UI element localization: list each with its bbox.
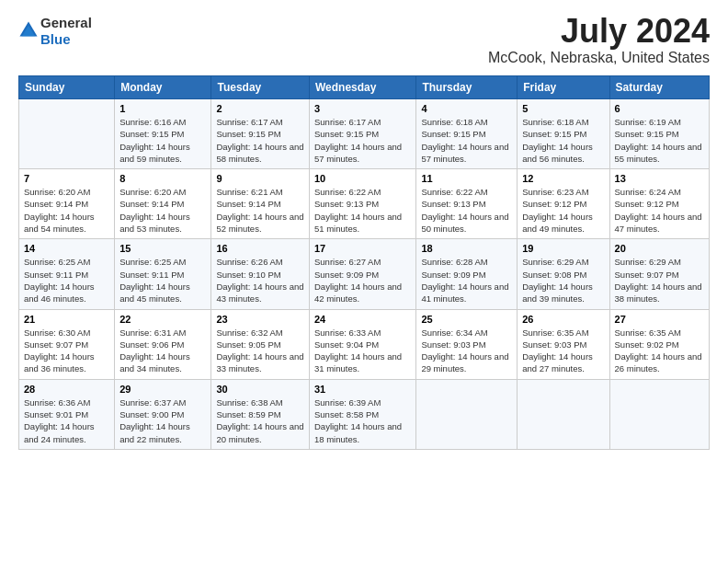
day-number: 3: [314, 103, 411, 114]
calendar-cell: 25 Sunrise: 6:34 AMSunset: 9:03 PMDaylig…: [416, 309, 518, 379]
day-number: 8: [119, 173, 206, 184]
calendar-cell: 27 Sunrise: 6:35 AMSunset: 9:02 PMDaylig…: [609, 309, 709, 379]
page: General Blue July 2024 McCook, Nebraska,…: [0, 0, 728, 563]
calendar-cell: 24 Sunrise: 6:33 AMSunset: 9:04 PMDaylig…: [309, 309, 415, 379]
calendar-cell: 2 Sunrise: 6:17 AMSunset: 9:15 PMDayligh…: [211, 99, 310, 169]
day-number: 12: [522, 173, 604, 184]
calendar-cell: 18 Sunrise: 6:28 AMSunset: 9:09 PMDaylig…: [416, 239, 518, 309]
calendar-cell: 4 Sunrise: 6:18 AMSunset: 9:15 PMDayligh…: [416, 99, 518, 169]
day-info: Sunrise: 6:39 AMSunset: 8:58 PMDaylight:…: [314, 396, 411, 445]
day-info: Sunrise: 6:32 AMSunset: 9:05 PMDaylight:…: [216, 327, 304, 375]
day-info: Sunrise: 6:19 AMSunset: 9:15 PMDaylight:…: [615, 116, 704, 165]
day-info: Sunrise: 6:31 AMSunset: 9:06 PMDaylight:…: [119, 327, 206, 375]
calendar-cell: 1 Sunrise: 6:16 AMSunset: 9:15 PMDayligh…: [115, 99, 211, 169]
day-number: 20: [615, 243, 704, 254]
day-number: 18: [421, 243, 512, 254]
calendar-week-3: 21 Sunrise: 6:30 AMSunset: 9:07 PMDaylig…: [19, 309, 710, 379]
day-info: Sunrise: 6:33 AMSunset: 9:04 PMDaylight:…: [314, 327, 411, 375]
day-info: Sunrise: 6:29 AMSunset: 9:08 PMDaylight:…: [522, 256, 604, 304]
day-number: 19: [522, 243, 604, 254]
col-tuesday: Tuesday: [211, 76, 310, 99]
calendar-cell: 15 Sunrise: 6:25 AMSunset: 9:11 PMDaylig…: [115, 239, 211, 309]
calendar-cell: 5 Sunrise: 6:18 AMSunset: 9:15 PMDayligh…: [518, 99, 609, 169]
logo-general: General: [40, 15, 92, 30]
day-info: Sunrise: 6:27 AMSunset: 9:09 PMDaylight:…: [314, 256, 411, 304]
day-info: Sunrise: 6:30 AMSunset: 9:07 PMDaylight:…: [24, 327, 109, 375]
day-info: Sunrise: 6:25 AMSunset: 9:11 PMDaylight:…: [119, 256, 206, 304]
day-info: Sunrise: 6:20 AMSunset: 9:14 PMDaylight:…: [24, 186, 109, 235]
calendar-cell: [416, 379, 518, 449]
calendar-cell: 9 Sunrise: 6:21 AMSunset: 9:14 PMDayligh…: [211, 169, 310, 239]
day-info: Sunrise: 6:24 AMSunset: 9:12 PMDaylight:…: [615, 186, 704, 235]
day-info: Sunrise: 6:21 AMSunset: 9:14 PMDaylight:…: [216, 186, 304, 235]
calendar-cell: 7 Sunrise: 6:20 AMSunset: 9:14 PMDayligh…: [19, 169, 115, 239]
day-info: Sunrise: 6:22 AMSunset: 9:13 PMDaylight:…: [314, 186, 411, 235]
logo-icon: [18, 20, 39, 40]
calendar-cell: 3 Sunrise: 6:17 AMSunset: 9:15 PMDayligh…: [309, 99, 415, 169]
calendar-cell: 30 Sunrise: 6:38 AMSunset: 8:59 PMDaylig…: [211, 379, 310, 449]
day-number: 23: [216, 314, 304, 325]
calendar-cell: 17 Sunrise: 6:27 AMSunset: 9:09 PMDaylig…: [309, 239, 415, 309]
calendar-cell: [609, 379, 709, 449]
day-number: 25: [421, 314, 512, 325]
calendar-table: Sunday Monday Tuesday Wednesday Thursday…: [18, 75, 710, 450]
calendar-cell: 12 Sunrise: 6:23 AMSunset: 9:12 PMDaylig…: [518, 169, 609, 239]
day-number: 14: [24, 243, 109, 254]
calendar-cell: 20 Sunrise: 6:29 AMSunset: 9:07 PMDaylig…: [609, 239, 709, 309]
day-number: 7: [24, 173, 109, 184]
calendar-cell: [518, 379, 609, 449]
logo: General Blue: [18, 15, 92, 48]
col-friday: Friday: [518, 76, 609, 99]
day-info: Sunrise: 6:18 AMSunset: 9:15 PMDaylight:…: [522, 116, 604, 165]
day-number: 16: [216, 243, 304, 254]
day-info: Sunrise: 6:26 AMSunset: 9:10 PMDaylight:…: [216, 256, 304, 304]
day-number: 13: [615, 173, 704, 184]
day-number: 4: [421, 103, 512, 114]
calendar-subtitle: McCook, Nebraska, United States: [488, 50, 710, 66]
day-info: Sunrise: 6:38 AMSunset: 8:59 PMDaylight:…: [216, 396, 304, 445]
day-info: Sunrise: 6:35 AMSunset: 9:02 PMDaylight:…: [615, 327, 704, 375]
calendar-cell: 22 Sunrise: 6:31 AMSunset: 9:06 PMDaylig…: [115, 309, 211, 379]
calendar-cell: 13 Sunrise: 6:24 AMSunset: 9:12 PMDaylig…: [609, 169, 709, 239]
day-number: 31: [314, 384, 411, 395]
day-info: Sunrise: 6:17 AMSunset: 9:15 PMDaylight:…: [314, 116, 411, 165]
day-number: 26: [522, 314, 604, 325]
calendar-cell: 11 Sunrise: 6:22 AMSunset: 9:13 PMDaylig…: [416, 169, 518, 239]
day-info: Sunrise: 6:28 AMSunset: 9:09 PMDaylight:…: [421, 256, 512, 304]
day-info: Sunrise: 6:23 AMSunset: 9:12 PMDaylight:…: [522, 186, 604, 235]
day-number: 24: [314, 314, 411, 325]
col-monday: Monday: [115, 76, 211, 99]
logo-text: General Blue: [40, 15, 92, 48]
day-number: 5: [522, 103, 604, 114]
col-thursday: Thursday: [416, 76, 518, 99]
calendar-title: July 2024: [488, 15, 710, 48]
calendar-cell: 14 Sunrise: 6:25 AMSunset: 9:11 PMDaylig…: [19, 239, 115, 309]
header-row: Sunday Monday Tuesday Wednesday Thursday…: [19, 76, 710, 99]
calendar-week-2: 14 Sunrise: 6:25 AMSunset: 9:11 PMDaylig…: [19, 239, 710, 309]
day-info: Sunrise: 6:34 AMSunset: 9:03 PMDaylight:…: [421, 327, 512, 375]
day-number: 17: [314, 243, 411, 254]
col-wednesday: Wednesday: [309, 76, 415, 99]
day-info: Sunrise: 6:36 AMSunset: 9:01 PMDaylight:…: [24, 396, 109, 445]
day-number: 21: [24, 314, 109, 325]
day-number: 22: [119, 314, 206, 325]
day-number: 9: [216, 173, 304, 184]
col-saturday: Saturday: [609, 76, 709, 99]
calendar-cell: 31 Sunrise: 6:39 AMSunset: 8:58 PMDaylig…: [309, 379, 415, 449]
calendar-cell: 16 Sunrise: 6:26 AMSunset: 9:10 PMDaylig…: [211, 239, 310, 309]
calendar-week-4: 28 Sunrise: 6:36 AMSunset: 9:01 PMDaylig…: [19, 379, 710, 449]
calendar-week-1: 7 Sunrise: 6:20 AMSunset: 9:14 PMDayligh…: [19, 169, 710, 239]
day-number: 30: [216, 384, 304, 395]
day-info: Sunrise: 6:29 AMSunset: 9:07 PMDaylight:…: [615, 256, 704, 304]
day-number: 1: [119, 103, 206, 114]
calendar-cell: [19, 99, 115, 169]
day-number: 6: [615, 103, 704, 114]
calendar-cell: 10 Sunrise: 6:22 AMSunset: 9:13 PMDaylig…: [309, 169, 415, 239]
header: General Blue July 2024 McCook, Nebraska,…: [18, 15, 710, 66]
day-info: Sunrise: 6:20 AMSunset: 9:14 PMDaylight:…: [119, 186, 206, 235]
calendar-cell: 8 Sunrise: 6:20 AMSunset: 9:14 PMDayligh…: [115, 169, 211, 239]
calendar-week-0: 1 Sunrise: 6:16 AMSunset: 9:15 PMDayligh…: [19, 99, 710, 169]
day-number: 28: [24, 384, 109, 395]
logo-blue: Blue: [40, 31, 71, 47]
day-number: 29: [119, 384, 206, 395]
